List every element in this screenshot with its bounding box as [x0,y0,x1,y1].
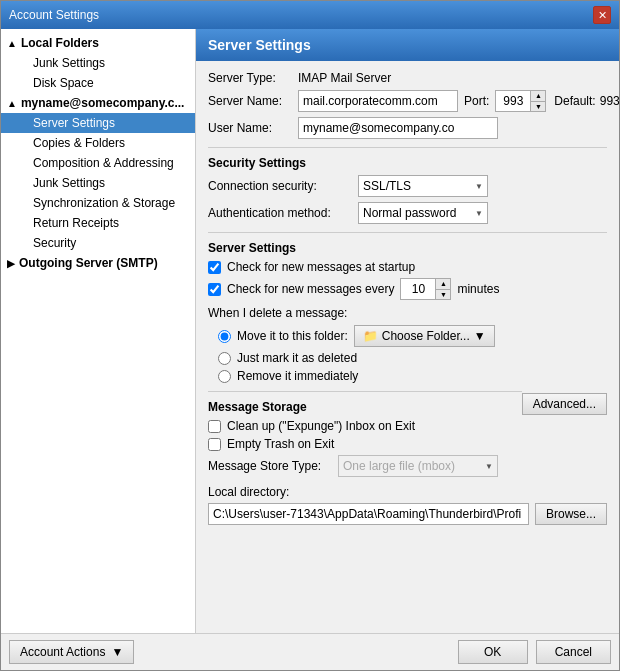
check-every-input[interactable] [400,278,435,300]
local-dir-section: Local directory: Browse... [208,485,607,525]
sidebar-item-security[interactable]: Security [1,233,195,253]
port-spinner-buttons: ▲ ▼ [530,90,546,112]
check-every-checkbox[interactable] [208,283,221,296]
sidebar-item-return-receipts[interactable]: Return Receipts [1,213,195,233]
port-label: Port: [464,94,489,108]
account-settings-dialog: Account Settings ✕ ▲ Local Folders Junk … [0,0,620,671]
choose-folder-button[interactable]: 📁 Choose Folder... ▼ [354,325,495,347]
expand-arrow-local: ▲ [7,38,17,49]
empty-trash-row: Empty Trash on Exit [208,437,607,451]
sidebar-item-composition-addressing[interactable]: Composition & Addressing [1,153,195,173]
check-startup-checkbox[interactable] [208,261,221,274]
check-every-down[interactable]: ▼ [436,290,450,300]
clean-up-label: Clean up ("Expunge") Inbox on Exit [227,419,415,433]
local-dir-input[interactable] [208,503,529,525]
sidebar-group-outgoing[interactable]: ▶ Outgoing Server (SMTP) [1,253,195,273]
auth-method-select[interactable]: Normal password [358,202,488,224]
delete-radio-move-row: Move it to this folder: 📁 Choose Folder.… [218,325,607,347]
folder-dropdown-arrow: ▼ [474,329,486,343]
delete-radio-mark[interactable] [218,352,231,365]
security-settings-header: Security Settings [208,156,607,170]
delete-radio-mark-row: Just mark it as deleted [218,351,607,365]
connection-security-wrapper: SSL/TLS [358,175,488,197]
default-label: Default: [554,94,595,108]
dialog-buttons: OK Cancel [458,640,611,664]
server-name-label: Server Name: [208,94,298,108]
auth-method-label: Authentication method: [208,206,358,220]
user-name-input[interactable] [298,117,498,139]
expand-arrow-account: ▲ [7,98,17,109]
delete-radio-move[interactable] [218,330,231,343]
server-name-row: Server Name: Port: ▲ ▼ Default: 993 [208,90,607,112]
account-actions-arrow: ▼ [111,645,123,659]
delete-remove-label: Remove it immediately [237,369,358,383]
sidebar-group-account-label: myname@somecompany.c... [21,96,185,110]
sidebar-item-junk-settings[interactable]: Junk Settings [1,173,195,193]
separator-3 [208,391,522,392]
separator-2 [208,232,607,233]
sidebar-group-local-label: Local Folders [21,36,99,50]
check-startup-row: Check for new messages at startup [208,260,607,274]
sidebar-item-junk-settings-local[interactable]: Junk Settings [1,53,195,73]
folder-icon: 📁 [363,329,378,343]
main-content: ▲ Local Folders Junk Settings Disk Space… [1,29,619,633]
sidebar-item-disk-space[interactable]: Disk Space [1,73,195,93]
connection-security-select[interactable]: SSL/TLS [358,175,488,197]
message-store-type-row: Message Store Type: One large file (mbox… [208,455,607,477]
sidebar-item-server-settings[interactable]: Server Settings [1,113,195,133]
choose-folder-label: Choose Folder... [382,329,470,343]
sidebar-item-copies-folders[interactable]: Copies & Folders [1,133,195,153]
check-every-spinner-btns: ▲ ▼ [435,278,451,300]
clean-up-checkbox[interactable] [208,420,221,433]
close-button[interactable]: ✕ [593,6,611,24]
check-every-unit: minutes [457,282,499,296]
server-type-label: Server Type: [208,71,298,85]
port-down-button[interactable]: ▼ [531,102,545,112]
content-header: Server Settings [196,29,619,61]
check-every-row: Check for new messages every ▲ ▼ minutes [208,278,607,300]
content-area: Server Settings Server Type: IMAP Mail S… [196,29,619,633]
sidebar-group-account[interactable]: ▲ myname@somecompany.c... [1,93,195,113]
advanced-button[interactable]: Advanced... [522,393,607,415]
empty-trash-checkbox[interactable] [208,438,221,451]
sidebar: ▲ Local Folders Junk Settings Disk Space… [1,29,196,633]
dialog-title: Account Settings [9,8,99,22]
user-name-row: User Name: [208,117,607,139]
cancel-button[interactable]: Cancel [536,640,611,664]
message-store-type-select: One large file (mbox) [338,455,498,477]
auth-method-row: Authentication method: Normal password [208,202,607,224]
expand-arrow-outgoing: ▶ [7,258,15,269]
message-store-type-wrapper: One large file (mbox) [338,455,498,477]
server-settings-header: Server Settings [208,241,607,255]
auth-method-wrapper: Normal password [358,202,488,224]
port-spinner-wrapper: ▲ ▼ [495,90,546,112]
content-body: Server Type: IMAP Mail Server Server Nam… [196,61,619,633]
bottom-bar: Account Actions ▼ OK Cancel [1,633,619,670]
browse-button[interactable]: Browse... [535,503,607,525]
local-dir-label: Local directory: [208,485,607,499]
delete-message-label: When I delete a message: [208,306,607,320]
sidebar-item-sync-storage[interactable]: Synchronization & Storage [1,193,195,213]
sidebar-group-local-folders[interactable]: ▲ Local Folders [1,33,195,53]
server-type-row: Server Type: IMAP Mail Server [208,71,607,85]
connection-security-label: Connection security: [208,179,358,193]
clean-up-row: Clean up ("Expunge") Inbox on Exit [208,419,607,433]
server-type-value: IMAP Mail Server [298,71,391,85]
delete-radio-remove-row: Remove it immediately [218,369,607,383]
delete-radio-remove[interactable] [218,370,231,383]
delete-move-label: Move it to this folder: [237,329,348,343]
message-store-type-label: Message Store Type: [208,459,338,473]
local-dir-row: Browse... [208,503,607,525]
ok-button[interactable]: OK [458,640,528,664]
sidebar-group-outgoing-label: Outgoing Server (SMTP) [19,256,158,270]
check-every-up[interactable]: ▲ [436,279,450,290]
check-every-spinner: ▲ ▼ [400,278,451,300]
user-name-label: User Name: [208,121,298,135]
server-name-input[interactable] [298,90,458,112]
delete-mark-label: Just mark it as deleted [237,351,357,365]
account-actions-button[interactable]: Account Actions ▼ [9,640,134,664]
port-up-button[interactable]: ▲ [531,91,545,102]
separator-1 [208,147,607,148]
port-input[interactable] [495,90,530,112]
delete-radio-group: Move it to this folder: 📁 Choose Folder.… [208,325,607,383]
